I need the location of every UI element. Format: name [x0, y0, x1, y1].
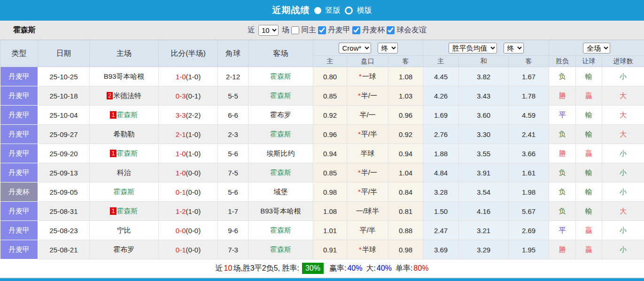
home-odds: 1.08 [313, 202, 347, 221]
result-winlose: 负 [549, 182, 576, 202]
scope-select-cell: 全场 [549, 40, 644, 56]
result-winlose: 平 [549, 221, 576, 240]
avg-home-odds: 1.88 [423, 144, 459, 163]
handicap-line: 平/半 [347, 221, 388, 240]
star-marker: * [358, 91, 361, 99]
result-winlose: 负 [549, 163, 576, 182]
sub-header-handicap: 盘口 [347, 56, 388, 67]
handicap-text: 平/半 [359, 226, 375, 234]
halftime-score: (1-0) [186, 130, 201, 138]
score-cell: 0-1(0-0) [159, 182, 218, 202]
scope-select[interactable]: 全场 [583, 43, 610, 53]
summary-record: 场,胜3平2负5, 胜率: [233, 264, 299, 273]
away-team: 霍森斯 [248, 221, 313, 240]
avg-odds-select[interactable]: 胜平负均值 [449, 43, 497, 53]
fulltime-score: 1-0 [176, 169, 186, 177]
home-team: 1霍森斯 [90, 144, 159, 163]
col-header-home: 主场 [90, 40, 159, 67]
home-team-name: 霍森斯 [117, 111, 138, 119]
home-team-name: 科治 [117, 168, 131, 176]
home-team: 2米德法特 [90, 86, 159, 106]
halftime-score: (0-0) [186, 246, 201, 254]
avg-away-odds: 1.98 [509, 182, 549, 202]
result-goals: 小 [602, 221, 644, 240]
score-cell: 1-0(1-0) [159, 67, 218, 86]
competition-label-club-friendly: 球会友谊 [396, 25, 427, 35]
vertical-layout-radio[interactable] [314, 7, 321, 14]
home-odds: 0.94 [313, 144, 347, 163]
halftime-score: (1-0) [186, 73, 201, 81]
avg-draw-odds: 3.43 [459, 86, 509, 106]
away-team: 霍森斯 [248, 86, 313, 106]
result-handicap: 贏 [576, 240, 602, 259]
result-winlose: 负 [549, 125, 576, 144]
horizontal-layout-label: 横版 [357, 6, 372, 15]
match-type: 丹麦甲 [0, 106, 38, 125]
match-rows: 丹麦甲 25-10-25 B93哥本哈根 1-0(1-0) 2-12 霍森斯 0… [0, 67, 644, 259]
avg-home-odds: 4.26 [423, 86, 459, 106]
competition-checkbox-danish-league[interactable] [318, 26, 326, 34]
home-odds: 0.80 [313, 67, 347, 86]
recent-count-select[interactable]: 10 [258, 25, 279, 36]
match-type: 丹麦甲 [0, 202, 38, 221]
star-marker: * [359, 72, 362, 80]
away-team-name: B93哥本哈根 [260, 207, 301, 215]
home-odds: 0.85 [313, 86, 347, 106]
away-team: B93哥本哈根 [248, 202, 313, 221]
horizontal-layout-radio[interactable] [345, 7, 353, 15]
page-title: 近期战绩 [272, 4, 310, 16]
avg-home-odds: 3.28 [423, 182, 459, 202]
same-home-checkbox[interactable] [291, 26, 299, 34]
away-odds: 0.88 [388, 221, 423, 240]
handicap-line: *一球 [347, 67, 388, 86]
avg-home-odds: 4.45 [423, 67, 459, 86]
avg-away-odds: 2.69 [509, 221, 549, 240]
table-row: 丹麦甲 25-09-20 1霍森斯 1-0(1-0) 5-6 埃斯比约 0.94… [0, 144, 644, 163]
result-handicap: 輸 [576, 67, 602, 86]
sub-header-result: 胜负 [549, 56, 576, 67]
table-row: 丹麦甲 25-08-23 宁比 0-0(0-0) 9-6 霍森斯 1.01 平/… [0, 221, 644, 240]
home-odds: 0.96 [313, 125, 347, 144]
odds-time-select[interactable]: 终 [378, 43, 398, 53]
avg-draw-odds: 4.16 [459, 202, 509, 221]
avg-time-select[interactable]: 终 [504, 43, 524, 53]
away-team-name: 霍布罗 [270, 111, 291, 119]
away-team: 霍森斯 [248, 240, 313, 259]
home-team: 1霍森斯 [90, 202, 159, 221]
competition-checkbox-club-friendly[interactable] [387, 26, 395, 34]
avg-home-odds: 1.69 [423, 106, 459, 125]
result-winlose: 平 [549, 106, 576, 125]
sub-header-odds-away: 客 [388, 56, 423, 67]
result-handicap: 贏 [576, 86, 602, 106]
home-team-name: 宁比 [117, 226, 131, 234]
corner-score: 1-7 [218, 202, 248, 221]
match-date: 25-08-23 [38, 221, 90, 240]
avg-away-odds: 3.66 [509, 144, 549, 163]
away-odds: 0.92 [388, 125, 423, 144]
single-pct-value: 80% [413, 264, 428, 273]
fulltime-score: 0-3 [176, 92, 186, 100]
match-type: 丹麦甲 [0, 144, 38, 163]
home-odds: 0.85 [313, 163, 347, 182]
table-row: 丹麦甲 25-08-21 霍布罗 0-1(0-0) 7-3 霍森斯 0.91 *… [0, 240, 644, 259]
home-team: 霍布罗 [90, 240, 159, 259]
corner-score: 6-6 [218, 106, 248, 125]
corner-score: 5-6 [218, 182, 248, 202]
result-goals: 大 [602, 106, 644, 125]
handicap-text: 半/一 [361, 168, 377, 176]
match-date: 25-09-20 [38, 144, 90, 163]
sub-header-odds-home: 主 [313, 56, 347, 67]
odds-company-select[interactable]: Crow* [339, 43, 371, 53]
col-header-away: 客场 [248, 40, 313, 67]
star-marker: * [359, 245, 362, 253]
competition-checkbox-danish-cup[interactable] [352, 26, 360, 34]
table-row: 丹麦甲 25-09-27 希勒勒 2-1(1-0) 2-3 霍森斯 0.96 *… [0, 125, 644, 144]
recent-matches-table: 类型 日期 主场 比分(半场) 角球 客场 Crow* 终 胜平负均值 终 全场 [0, 40, 644, 259]
away-team: 霍森斯 [248, 67, 313, 86]
corner-score: 5-5 [218, 86, 248, 106]
corner-score: 2-12 [218, 67, 248, 86]
vertical-layout-label: 竖版 [326, 6, 341, 15]
match-type: 丹麦甲 [0, 86, 38, 106]
away-team-name: 域堡 [274, 188, 288, 196]
fulltime-score: 2-1 [176, 130, 186, 138]
